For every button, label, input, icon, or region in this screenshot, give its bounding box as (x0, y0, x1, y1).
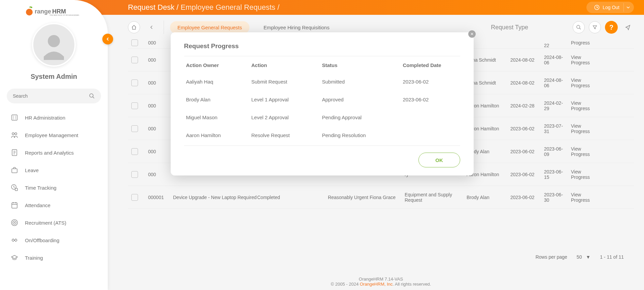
modal-footer: OK (184, 146, 460, 167)
modal-cell-status: Approved (322, 97, 403, 102)
col-action-owner: Action Owner (184, 62, 251, 68)
modal-cell-date (403, 115, 460, 120)
modal-header-row: Action Owner Action Status Completed Dat… (184, 56, 460, 73)
modal-row: Brody Alan Level 1 Approval Approved 202… (184, 91, 460, 108)
col-completed-date: Completed Date (403, 62, 460, 68)
modal-cell-owner: Aaron Hamilton (184, 132, 251, 138)
modal-cell-status: Submitted (322, 79, 403, 85)
modal-cell-action: Submit Request (251, 79, 322, 85)
modal-cell-action: Level 1 Approval (251, 97, 322, 102)
modal-cell-action: Level 2 Approval (251, 115, 322, 120)
modal-cell-owner: Aaliyah Haq (184, 79, 251, 85)
modal-title: Request Progress (184, 42, 460, 56)
modal-cell-date (403, 132, 460, 138)
modal-row: Miguel Mason Level 2 Approval Pending Ap… (184, 108, 460, 126)
modal-row: Aaron Hamilton Resolve Request Pending R… (184, 126, 460, 144)
modal-cell-owner: Brody Alan (184, 97, 251, 102)
col-status: Status (322, 62, 403, 68)
col-action: Action (251, 62, 322, 68)
modal-table: Action Owner Action Status Completed Dat… (184, 56, 460, 146)
modal-cell-date: 2023-06-02 (403, 79, 460, 85)
modal-cell-owner: Miguel Mason (184, 115, 251, 120)
modal-cell-status: Pending Approval (322, 115, 403, 120)
modal-cell-action: Resolve Request (251, 132, 322, 138)
modal-row: Aaliyah Haq Submit Request Submitted 202… (184, 73, 460, 91)
ok-button[interactable]: OK (418, 153, 460, 167)
modal-cell-status: Pending Resolution (322, 132, 403, 138)
close-icon: ✕ (470, 32, 474, 36)
modal-overlay: ✕ Request Progress Action Owner Action S… (0, 0, 644, 290)
modal-close-button[interactable]: ✕ (468, 30, 476, 38)
request-progress-modal: ✕ Request Progress Action Owner Action S… (171, 32, 474, 175)
modal-cell-date: 2023-06-02 (403, 97, 460, 102)
